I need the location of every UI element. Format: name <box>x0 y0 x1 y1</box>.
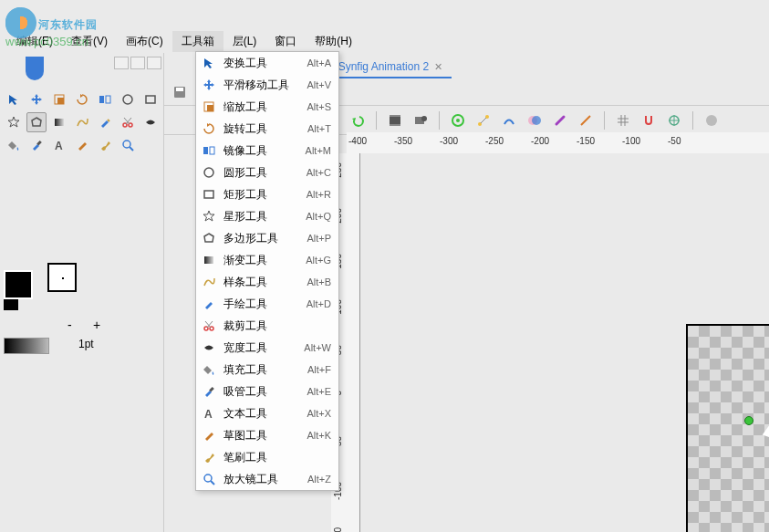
menu-item-label: 圆形工具 <box>223 165 299 181</box>
menu-item-cursor[interactable]: 变换工具Alt+A <box>196 52 338 74</box>
menu-window[interactable]: 窗口 <box>265 31 306 52</box>
canvas[interactable] <box>360 153 769 532</box>
menu-item-poly[interactable]: 多边形工具Alt+P <box>196 227 338 249</box>
undo-icon[interactable] <box>347 110 369 131</box>
watermark: 河东软件园 www.pc0359.cn <box>5 7 98 48</box>
preview-icon[interactable] <box>447 110 469 131</box>
close-tab-icon[interactable]: ✕ <box>434 61 442 73</box>
menu-item-shortcut: Alt+B <box>307 276 331 287</box>
menu-item-sketch[interactable]: 草图工具Alt+K <box>196 424 338 446</box>
menu-layer[interactable]: 层(L) <box>223 31 266 52</box>
tool-circle[interactable] <box>118 89 138 110</box>
tool-smooth-move[interactable] <box>26 89 47 110</box>
menu-item-shortcut: Alt+V <box>307 79 331 90</box>
menu-item-label: 放大镜工具 <box>223 472 300 487</box>
menu-item-label: 缩放工具 <box>223 99 299 115</box>
bone-icon[interactable] <box>549 110 571 131</box>
tool-fill[interactable] <box>4 135 24 155</box>
tool-transform[interactable] <box>4 89 24 110</box>
tool-grid: A <box>4 89 160 155</box>
tool-star[interactable] <box>4 112 24 132</box>
tool-width[interactable] <box>140 112 161 132</box>
draw-icon <box>202 297 216 311</box>
menu-item-label: 吸管工具 <box>223 384 299 400</box>
increase-button[interactable]: + <box>93 318 100 332</box>
metadata-icon[interactable] <box>701 110 722 131</box>
menu-item-label: 星形工具 <box>223 209 298 224</box>
menu-item-label: 草图工具 <box>223 428 299 443</box>
tool-rotate[interactable] <box>72 89 92 110</box>
menu-item-label: 文本工具 <box>223 406 299 422</box>
menu-item-grad[interactable]: 渐变工具Alt+G <box>196 249 338 271</box>
menu-item-rotate[interactable]: 旋转工具Alt+T <box>196 118 338 140</box>
move-icon <box>202 78 216 92</box>
tool-draw[interactable] <box>95 112 115 132</box>
menu-item-star[interactable]: 星形工具Alt+Q <box>196 205 338 227</box>
panel-tab-3[interactable] <box>147 57 161 69</box>
menu-item-fill[interactable]: 填充工具Alt+F <box>196 359 338 381</box>
svg-point-21 <box>421 116 427 121</box>
svg-rect-1 <box>57 98 64 104</box>
menu-item-width[interactable]: 宽度工具Alt+W <box>196 337 338 359</box>
tool-scale[interactable] <box>49 89 69 110</box>
menu-canvas[interactable]: 画布(C) <box>117 31 172 52</box>
menu-item-scale[interactable]: 缩放工具Alt+S <box>196 96 338 118</box>
tool-sketch[interactable] <box>72 135 92 155</box>
text-icon: A <box>202 406 216 421</box>
menu-help[interactable]: 帮助(H) <box>306 31 361 52</box>
menu-item-rect[interactable]: 矩形工具Alt+R <box>196 183 338 205</box>
fg-color[interactable] <box>4 270 33 299</box>
panel-tab-1[interactable] <box>114 57 129 69</box>
menu-item-shortcut: Alt+C <box>307 167 331 178</box>
menu-toolbox[interactable]: 工具箱 <box>172 31 223 52</box>
gradient-preview[interactable] <box>4 338 49 354</box>
menu-item-brush[interactable]: 笔刷工具 <box>196 446 338 468</box>
film-icon[interactable] <box>384 110 406 131</box>
node-icon[interactable] <box>473 110 494 131</box>
tool-polygon[interactable] <box>26 112 47 132</box>
tool-zoom[interactable] <box>118 135 138 155</box>
menu-item-draw[interactable]: 手绘工具Alt+D <box>196 293 338 315</box>
menu-item-shortcut: Alt+S <box>307 101 331 112</box>
stroke-size-label: 1pt <box>78 338 94 350</box>
menu-item-label: 旋转工具 <box>223 121 300 137</box>
width-icon <box>202 340 216 355</box>
fill-icon <box>202 362 216 377</box>
svg-point-4 <box>123 95 132 104</box>
menu-item-circle[interactable]: 圆形工具Alt+C <box>196 162 338 183</box>
tool-rect[interactable] <box>140 89 161 110</box>
guides-icon[interactable] <box>663 110 685 131</box>
menu-item-text[interactable]: A文本工具Alt+X <box>196 402 338 424</box>
bg-color[interactable] <box>47 263 77 292</box>
snap-icon[interactable] <box>638 110 660 131</box>
path-icon[interactable] <box>498 110 520 131</box>
svg-point-23 <box>456 119 460 122</box>
menu-item-label: 笔刷工具 <box>223 450 324 465</box>
tool-gradient[interactable] <box>49 112 69 132</box>
handle-icon[interactable] <box>575 110 597 131</box>
tool-text[interactable]: A <box>49 135 69 155</box>
menu-item-eyedrop[interactable]: 吸管工具Alt+E <box>196 381 338 402</box>
onion-icon[interactable] <box>524 110 546 131</box>
menu-item-move[interactable]: 平滑移动工具Alt+V <box>196 74 338 96</box>
tool-cut[interactable] <box>118 112 138 132</box>
menu-item-zoom[interactable]: 放大镜工具Alt+Z <box>196 468 338 490</box>
vertex-handle[interactable] <box>744 416 753 425</box>
grid-icon[interactable] <box>612 110 634 131</box>
eyedrop-icon <box>202 384 216 399</box>
render-icon[interactable] <box>410 110 431 131</box>
svg-rect-2 <box>99 96 104 103</box>
menu-item-spline[interactable]: 样条工具Alt+B <box>196 271 338 293</box>
tool-mirror[interactable] <box>95 89 115 110</box>
tool-eyedrop[interactable] <box>26 135 47 155</box>
tool-brush[interactable] <box>95 135 115 155</box>
svg-rect-6 <box>55 119 64 126</box>
decrease-button[interactable]: - <box>68 318 72 332</box>
panel-tab-2[interactable] <box>130 57 145 69</box>
menu-item-cut[interactable]: 裁剪工具 <box>196 315 338 337</box>
tool-spline[interactable] <box>72 112 92 132</box>
svg-rect-18 <box>390 115 400 117</box>
menu-item-mirror[interactable]: 镜像工具Alt+M <box>196 140 338 162</box>
circle-icon <box>202 165 216 180</box>
save-icon[interactable] <box>170 82 190 102</box>
